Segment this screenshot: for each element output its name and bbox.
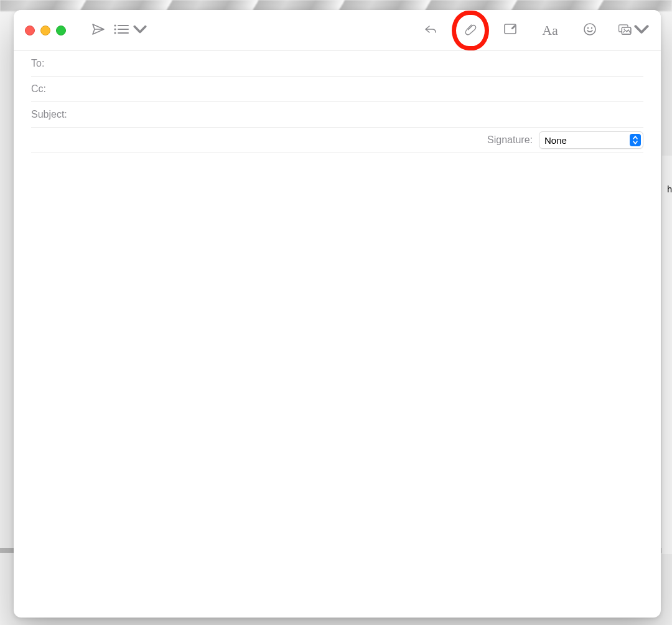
- reply-button[interactable]: [419, 17, 442, 44]
- minimize-window-button[interactable]: [40, 26, 50, 35]
- cc-label: Cc:: [31, 83, 47, 95]
- markup-button[interactable]: [499, 17, 521, 44]
- message-body[interactable]: [14, 153, 661, 618]
- signature-select[interactable]: None: [539, 131, 643, 149]
- window-controls: [25, 26, 66, 35]
- background-text-fragment: h: [667, 184, 672, 194]
- svg-point-8: [587, 27, 589, 28]
- svg-point-1: [114, 28, 116, 30]
- to-label: To:: [31, 58, 47, 69]
- markup-icon: [503, 22, 518, 39]
- cc-input[interactable]: [51, 83, 643, 95]
- signature-value: None: [544, 135, 567, 146]
- select-stepper-icon: [630, 134, 641, 146]
- signature-row: Signature: None: [31, 128, 643, 153]
- toolbar: Aa: [14, 10, 661, 51]
- format-bar-button[interactable]: Aa: [539, 17, 561, 44]
- subject-input[interactable]: [73, 108, 643, 121]
- attach-button[interactable]: [459, 17, 482, 44]
- svg-point-7: [584, 24, 595, 35]
- subject-row: Subject:: [31, 102, 643, 128]
- svg-point-13: [623, 28, 625, 29]
- svg-point-0: [114, 24, 116, 26]
- signature-label: Signature:: [487, 134, 533, 146]
- svg-point-9: [591, 27, 592, 28]
- photo-icon: [618, 22, 633, 39]
- window-behind-sliver: [662, 156, 672, 554]
- zoom-window-button[interactable]: [56, 26, 66, 35]
- to-row: To:: [31, 51, 643, 77]
- cc-row: Cc:: [31, 77, 643, 102]
- send-icon: [91, 22, 106, 39]
- header-fields-button[interactable]: [117, 17, 144, 44]
- paperclip-icon: [463, 22, 478, 39]
- subject-label: Subject:: [31, 109, 70, 120]
- emoji-icon: [582, 22, 597, 39]
- text-format-icon: Aa: [542, 22, 558, 39]
- chevron-down-icon: [132, 22, 148, 39]
- to-input[interactable]: [51, 57, 643, 70]
- photo-browser-button[interactable]: [618, 17, 648, 44]
- svg-point-2: [114, 32, 116, 34]
- emoji-button[interactable]: [579, 17, 601, 44]
- compose-window: Aa: [14, 10, 661, 618]
- reply-arrow-icon: [423, 22, 438, 39]
- message-headers: To: Cc: Subject: Signature: None: [14, 51, 661, 153]
- chevron-down-icon: [634, 22, 649, 39]
- list-icon: [113, 22, 129, 39]
- send-button[interactable]: [85, 17, 112, 44]
- close-window-button[interactable]: [25, 26, 35, 35]
